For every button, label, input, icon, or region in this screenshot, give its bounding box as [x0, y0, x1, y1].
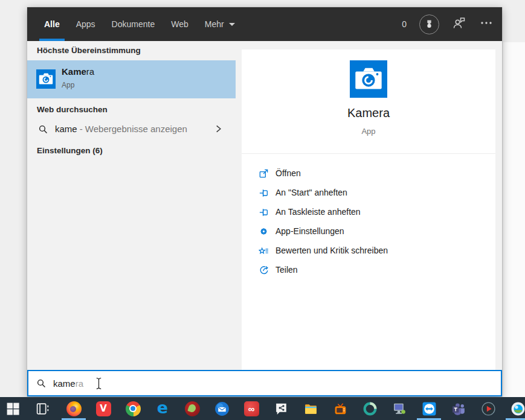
taskbar-item-remote-desktop[interactable]: [385, 397, 414, 420]
text-ibeam-cursor: [95, 377, 103, 390]
running-indicator: [506, 418, 525, 420]
tab-dokumente-label: Dokumente: [112, 19, 155, 29]
best-match-title-rest: ra: [86, 66, 94, 77]
taskbar-item-firefox[interactable]: [59, 397, 88, 420]
action-app-settings[interactable]: App-Einstellungen: [242, 221, 495, 241]
taskbar-item-chat-share[interactable]: [266, 397, 295, 420]
desktop-background-right: [503, 42, 525, 397]
vivaldi-icon: [96, 401, 111, 416]
media-player-icon: [481, 401, 496, 416]
task-view-button[interactable]: [28, 397, 57, 420]
running-indicator: [417, 418, 441, 420]
adobe-creative-cloud-icon: [244, 401, 259, 416]
more-options-icon[interactable]: [479, 16, 494, 33]
running-indicator: [62, 418, 86, 420]
taskbar: [0, 397, 525, 420]
search-input[interactable]: kamera: [27, 370, 502, 396]
action-label: An Taskleiste anheften: [275, 207, 361, 217]
search-results-area: Höchste Übereinstimmung Kamera App Web d…: [27, 41, 502, 370]
action-share[interactable]: Teilen: [242, 260, 495, 279]
action-open[interactable]: Öffnen: [242, 164, 495, 183]
start-button[interactable]: [0, 397, 27, 420]
search-typed-text: kame: [53, 378, 76, 389]
web-suggestion-query: kame: [55, 124, 77, 134]
gear-icon: [259, 226, 269, 237]
tab-apps[interactable]: Apps: [71, 7, 100, 41]
camera-app-icon: [350, 60, 387, 98]
web-suggestion-row[interactable]: kame- Webergebnisse anzeigen: [27, 118, 236, 140]
best-match-title-highlight: Kame: [62, 66, 86, 77]
rate-review-icon: [259, 246, 269, 256]
tab-dokumente[interactable]: Dokumente: [107, 7, 160, 41]
webex-icon: [511, 401, 525, 416]
app-preview-pane: Kamera App Öffnen: [242, 49, 495, 370]
action-pin-taskbar[interactable]: An Taskleiste anheften: [242, 202, 495, 221]
action-label: Öffnen: [275, 168, 301, 178]
windows-search-flyout: Alle Apps Dokumente Web Mehr 0: [27, 7, 502, 396]
search-filter-bar: Alle Apps Dokumente Web Mehr 0: [27, 7, 502, 41]
taskbar-item-tv-app[interactable]: [326, 397, 355, 420]
best-match-result-kamera[interactable]: Kamera App: [27, 60, 236, 98]
feedback-person-icon[interactable]: [452, 16, 466, 33]
task-view-icon: [35, 401, 50, 416]
file-explorer-icon: [303, 401, 318, 416]
tab-alle-label: Alle: [44, 19, 60, 29]
topbar-right-controls: 0: [402, 7, 502, 41]
action-rate-review[interactable]: Bewerten und Kritik schreiben: [242, 241, 495, 260]
settings-header: Einstellungen (6): [37, 146, 103, 155]
chevron-down-icon: [229, 23, 235, 26]
filter-tabs: Alle Apps Dokumente Web Mehr: [27, 7, 246, 41]
medal-glyph: [424, 19, 435, 30]
action-label: An "Start" anheften: [275, 188, 347, 197]
thunderbird-icon: [214, 401, 230, 416]
results-list-pane: Höchste Übereinstimmung Kamera App Web d…: [27, 41, 242, 370]
teams-icon: [451, 401, 466, 416]
camera-app-icon: [36, 69, 56, 89]
action-label: Bewerten und Kritik schreiben: [275, 246, 388, 255]
rewards-medal-icon[interactable]: [419, 14, 439, 34]
windows-start-icon: [5, 401, 21, 416]
tab-web[interactable]: Web: [166, 7, 193, 41]
action-label: App-Einstellungen: [275, 226, 344, 236]
web-search-header: Web durchsuchen: [37, 105, 108, 114]
best-match-header: Höchste Übereinstimmung: [37, 46, 141, 55]
taskbar-item-cisco-anyconnect[interactable]: [355, 397, 384, 420]
taskbar-item-edge[interactable]: [148, 397, 177, 420]
best-match-subtitle: App: [62, 81, 74, 89]
taskbar-item-file-explorer[interactable]: [296, 397, 325, 420]
notepad-plus-plus-icon: [185, 401, 200, 416]
taskbar-item-notepadpp[interactable]: [178, 397, 207, 420]
firefox-icon: [66, 401, 82, 416]
web-suggestion-hint: - Webergebnisse anzeigen: [80, 124, 187, 134]
tab-mehr[interactable]: Mehr: [200, 7, 240, 41]
pin-icon: [259, 188, 269, 198]
tab-mehr-label: Mehr: [205, 19, 224, 29]
tv-app-icon: [333, 401, 348, 416]
preview-app-title: Kamera: [242, 106, 495, 120]
taskbar-item-thunderbird[interactable]: [207, 397, 236, 420]
taskbar-item-teams[interactable]: [444, 397, 473, 420]
share-icon: [259, 265, 269, 275]
tab-web-label: Web: [171, 19, 188, 29]
teamviewer-icon: [422, 401, 437, 416]
remote-desktop-icon: [392, 401, 407, 416]
action-pin-start[interactable]: An "Start" anheften: [242, 183, 495, 202]
action-label: Teilen: [275, 265, 298, 275]
tab-apps-label: Apps: [76, 19, 95, 29]
taskbar-item-teamviewer[interactable]: [414, 397, 443, 420]
chrome-icon: [126, 401, 141, 416]
taskbar-item-vivaldi[interactable]: [89, 397, 118, 420]
divider: [242, 153, 495, 154]
search-inline-suggestion: ra: [76, 378, 83, 389]
chevron-right-icon[interactable]: [213, 124, 224, 134]
tab-alle[interactable]: Alle: [39, 7, 65, 41]
search-query-text: kamera: [53, 378, 83, 389]
taskbar-item-media-player[interactable]: [474, 397, 503, 420]
taskbar-item-webex[interactable]: [503, 397, 525, 420]
taskbar-item-chrome[interactable]: [118, 397, 147, 420]
taskbar-item-adobe-cc[interactable]: [237, 397, 266, 420]
edge-icon: [155, 401, 170, 416]
web-suggestion-text: kame- Webergebnisse anzeigen: [55, 124, 187, 134]
best-match-title: Kamera: [62, 66, 94, 77]
desktop: { "colors": { "accent": "#0078d7", "topb…: [0, 0, 525, 420]
